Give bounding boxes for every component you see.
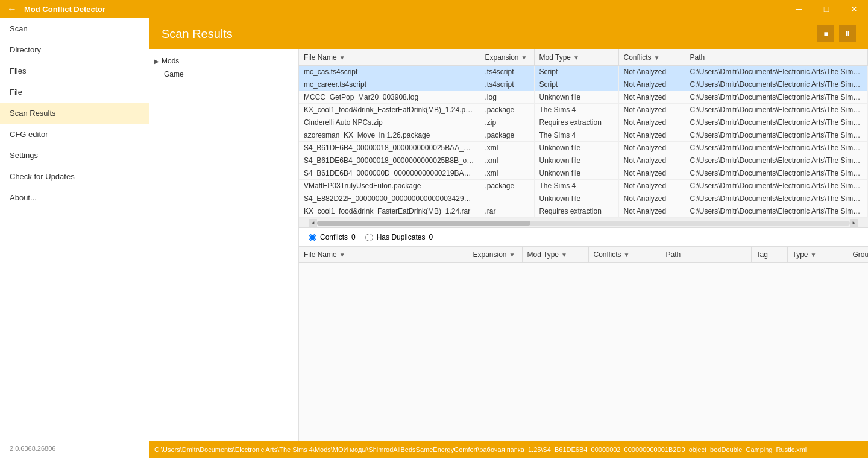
table-row[interactable]: mc_cas.ts4script.ts4scriptScriptNot Anal…: [299, 66, 868, 78]
filter-icon[interactable]: ▼: [624, 252, 630, 258]
table-cell: Not Analyzed: [618, 66, 685, 78]
maximize-button[interactable]: □: [813, 0, 840, 18]
table-row[interactable]: Cinderelli Auto NPCs.zip.zipRequires ext…: [299, 116, 868, 129]
conflicts-radio[interactable]: [309, 234, 316, 241]
close-button[interactable]: ✕: [840, 0, 868, 18]
sidebar-item-settings[interactable]: Settings: [0, 145, 149, 166]
table-row[interactable]: mc_career.ts4script.ts4scriptScriptNot A…: [299, 78, 868, 91]
expand-icon: ▶: [154, 58, 159, 65]
table-cell: Not Analyzed: [618, 154, 685, 167]
top-table-container: File Name▼Expansion▼Mod Type▼Conflicts▼P…: [299, 49, 868, 218]
bottom-table: File Name▼Expansion▼Mod Type▼Conflicts▼P…: [299, 247, 868, 263]
sidebar-item-check-for-updates[interactable]: Check for Updates: [0, 166, 149, 187]
top-table-header: File Name▼Expansion▼Mod Type▼Conflicts▼P…: [299, 49, 868, 66]
table-cell: C:\Users\Dmitr\Documents\Electronic Arts…: [685, 180, 868, 192]
stop-button[interactable]: ■: [817, 25, 834, 42]
tree-item-mods[interactable]: ▶ Mods: [149, 54, 298, 68]
window-controls: ─ □ ✕: [785, 0, 868, 18]
sidebar-item-cfg-editor[interactable]: CFG editor: [0, 124, 149, 145]
top-table-body: mc_cas.ts4script.ts4scriptScriptNot Anal…: [299, 66, 868, 218]
table-row[interactable]: S4_B61DE6B4_00000018_0000000000025BAA_ob…: [299, 142, 868, 154]
table-cell: C:\Users\Dmitr\Documents\Electronic Arts…: [685, 104, 868, 116]
table-cell: S4_B61DE6B4_00000018_0000000000025BAA_ob…: [299, 142, 480, 154]
table-cell: The Sims 4: [534, 180, 618, 192]
bottom-col-expansion[interactable]: Expansion▼: [468, 247, 522, 263]
table-cell: C:\Users\Dmitr\Documents\Electronic Arts…: [685, 142, 868, 154]
back-button[interactable]: ←: [5, 2, 19, 16]
filter-icon[interactable]: ▼: [339, 252, 345, 258]
table-cell: Not Analyzed: [618, 91, 685, 104]
right-arrow[interactable]: ►: [850, 219, 858, 227]
table-cell: .xml: [480, 167, 534, 180]
table-cell: KX_cool1_food&drink_FasterEatDrink(MB)_1…: [299, 104, 480, 116]
pause-button[interactable]: ⏸: [839, 25, 856, 42]
duplicates-label: Has Duplicates: [377, 233, 426, 241]
table-row[interactable]: MCCC_GetPop_Mar20_003908.log.logUnknown …: [299, 91, 868, 104]
bottom-col-path: Path: [661, 247, 751, 263]
tree-items: ▶ ModsGame: [149, 54, 298, 81]
table-cell: VMattEP03TrulyUsedFuton.package: [299, 180, 480, 192]
sidebar-item-about---[interactable]: About...: [0, 187, 149, 208]
bottom-col-mod-type[interactable]: Mod Type▼: [522, 247, 588, 263]
scroll-track[interactable]: [317, 221, 850, 226]
bottom-col-conflicts[interactable]: Conflicts▼: [588, 247, 661, 263]
table-cell: Not Analyzed: [618, 116, 685, 129]
sidebar-item-scan[interactable]: Scan: [0, 18, 149, 39]
filter-icon[interactable]: ▼: [521, 54, 527, 61]
duplicates-radio[interactable]: [365, 234, 373, 241]
table-cell: [480, 192, 534, 205]
sidebar: ScanDirectoryFilesFileScan ResultsCFG ed…: [0, 18, 149, 458]
tree-item-game[interactable]: Game: [149, 68, 298, 81]
table-row[interactable]: S4_B61DE6B4_00000018_0000000000025B8B_ob…: [299, 154, 868, 167]
bottom-col-type[interactable]: Type▼: [787, 247, 848, 263]
filter-icon[interactable]: ▼: [573, 54, 579, 61]
bottom-col-file-name[interactable]: File Name▼: [299, 247, 468, 263]
table-cell: .xml: [480, 154, 534, 167]
top-table: File Name▼Expansion▼Mod Type▼Conflicts▼P…: [299, 49, 868, 218]
page-header: Scan Results ■ ⏸: [149, 18, 868, 49]
results-panel: File Name▼Expansion▼Mod Type▼Conflicts▼P…: [299, 49, 868, 441]
bottom-table-header: File Name▼Expansion▼Mod Type▼Conflicts▼P…: [299, 247, 868, 263]
filter-icon[interactable]: ▼: [561, 252, 567, 258]
table-row[interactable]: S4_E882D22F_00000000_000000000000003429%…: [299, 192, 868, 205]
content-area: Scan Results ■ ⏸ ▶ ModsGame File Name▼Ex…: [149, 18, 868, 458]
table-cell: .rar: [480, 205, 534, 218]
table-cell: .ts4script: [480, 66, 534, 78]
table-cell: MCCC_GetPop_Mar20_003908.log: [299, 91, 480, 104]
sidebar-item-file[interactable]: File: [0, 81, 149, 103]
main-area: ▶ ModsGame File Name▼Expansion▼Mod Type▼…: [149, 49, 868, 441]
duplicates-count: 0: [429, 233, 433, 241]
top-col-mod-type[interactable]: Mod Type▼: [534, 49, 618, 66]
filter-icon[interactable]: ▼: [339, 54, 345, 61]
conflicts-radio-group: Conflicts 0: [309, 233, 356, 241]
table-cell: Not Analyzed: [618, 129, 685, 142]
table-cell: Unknown file: [534, 91, 618, 104]
filter-icon[interactable]: ▼: [509, 252, 515, 258]
scroll-arrow-right[interactable]: ►: [850, 219, 858, 227]
table-row[interactable]: S4_B61DE6B4_0000000D_000000000000219BA_o…: [299, 167, 868, 180]
table-cell: Script: [534, 66, 618, 78]
top-col-file-name[interactable]: File Name▼: [299, 49, 480, 66]
table-row[interactable]: VMattEP03TrulyUsedFuton.package.packageT…: [299, 180, 868, 192]
table-cell: .xml: [480, 142, 534, 154]
table-row[interactable]: azoresman_KX_Move_in 1.26.package.packag…: [299, 129, 868, 142]
left-arrow[interactable]: ◄: [309, 219, 317, 227]
table-cell: C:\Users\Dmitr\Documents\Electronic Arts…: [685, 154, 868, 167]
filter-icon[interactable]: ▼: [654, 54, 660, 61]
table-row[interactable]: KX_cool1_food&drink_FasterEatDrink(MB)_1…: [299, 205, 868, 218]
table-cell: Not Analyzed: [618, 205, 685, 218]
top-col-conflicts[interactable]: Conflicts▼: [618, 49, 685, 66]
scroll-arrow-left[interactable]: ◄: [309, 219, 317, 227]
table-cell: Not Analyzed: [618, 104, 685, 116]
sidebar-item-files[interactable]: Files: [0, 60, 149, 81]
filter-icon[interactable]: ▼: [811, 252, 817, 258]
minimize-button[interactable]: ─: [785, 0, 813, 18]
sidebar-item-directory[interactable]: Directory: [0, 39, 149, 60]
horizontal-scrollbar[interactable]: ◄ ►: [299, 218, 868, 228]
table-cell: S4_B61DE6B4_0000000D_000000000000219BA_o…: [299, 167, 480, 180]
table-cell: Cinderelli Auto NPCs.zip: [299, 116, 480, 129]
sidebar-item-scan-results[interactable]: Scan Results: [0, 103, 149, 124]
top-col-expansion[interactable]: Expansion▼: [480, 49, 534, 66]
scroll-thumb[interactable]: [317, 221, 530, 226]
table-row[interactable]: KX_cool1_food&drink_FasterEatDrink(MB)_1…: [299, 104, 868, 116]
